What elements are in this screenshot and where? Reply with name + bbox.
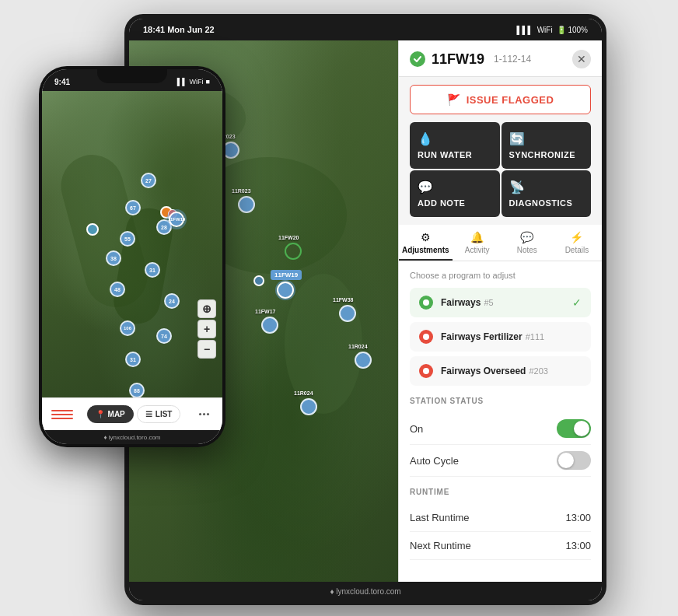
- dot-inner-2: [423, 334, 429, 340]
- menu-line-1: [51, 410, 73, 411]
- synchronize-button[interactable]: 🔄 SYNCHRONIZE: [502, 122, 592, 169]
- phone-signal-icon: ▌▌: [177, 78, 187, 86]
- run-water-button[interactable]: 💧 RUN WATER: [410, 122, 500, 169]
- more-options-button[interactable]: [194, 405, 213, 424]
- map-pin-11r024-2[interactable]: [300, 398, 317, 415]
- list-nav-icon: ☰: [145, 410, 152, 418]
- fertilizer-name: Fairways Fertilizer: [441, 331, 522, 342]
- station-status-header: STATION STATUS: [410, 397, 591, 405]
- phone-url-bar: ♦ lynxcloud.toro.com: [42, 430, 222, 444]
- phone-pin-31-1[interactable]: 31: [145, 262, 160, 278]
- wifi-icon: WiFi: [537, 26, 553, 34]
- phone-inner: 9:41 ▌▌ WiFi ■ 27 67 55: [42, 69, 222, 444]
- on-label: On: [410, 423, 423, 435]
- activity-icon: 🔔: [470, 231, 484, 243]
- phone-pin-74[interactable]: 74: [156, 328, 172, 344]
- tab-notes[interactable]: 💬 Notes: [502, 225, 552, 261]
- zoom-out-button[interactable]: −: [197, 340, 216, 359]
- hamburger-menu-button[interactable]: [51, 404, 73, 425]
- notes-label: Notes: [517, 246, 537, 254]
- program-item-fertilizer[interactable]: Fairways Fertilizer #111: [410, 322, 591, 352]
- panel-body: Choose a program to adjust Fairways #5 ✓: [399, 261, 602, 582]
- phone-pin-55[interactable]: 55: [120, 231, 135, 247]
- map-pin-11fw20[interactable]: [285, 243, 302, 260]
- pin-label-11r024-1: 11R024: [348, 344, 368, 349]
- program-status-green: [419, 296, 433, 310]
- toggle-knob-off: [558, 453, 574, 468]
- on-toggle[interactable]: [557, 419, 591, 438]
- panel-header: 11FW19 1-112-14 ✕: [399, 40, 602, 77]
- phone-map-controls: ⊕ + −: [197, 299, 216, 359]
- zoom-in-button[interactable]: +: [197, 320, 216, 338]
- notes-icon: 💬: [520, 231, 533, 243]
- map-pin-11r024-1[interactable]: [355, 352, 372, 369]
- overseed-name: Fairways Overseed: [441, 366, 526, 376]
- note-icon: 💬: [418, 180, 433, 194]
- phone-bottom-bar: 📍 MAP ☰ LIST: [42, 397, 222, 430]
- water-icon: 💧: [418, 131, 433, 146]
- dot-inner-3: [423, 368, 429, 374]
- next-runtime-row: Next Runtime 13:00: [410, 532, 591, 560]
- phone-pin-24[interactable]: 24: [164, 293, 180, 309]
- program-item-fairways[interactable]: Fairways #5 ✓: [410, 288, 591, 317]
- phone-wifi-icon: WiFi: [190, 78, 204, 86]
- phone-time: 9:41: [54, 78, 70, 86]
- dot-2: [203, 413, 205, 415]
- next-runtime-value: 13:00: [565, 540, 591, 551]
- details-icon: ⚡: [570, 231, 583, 243]
- phone-status-icons: ▌▌ WiFi ■: [177, 78, 210, 86]
- adjustments-icon: ⚙: [421, 231, 431, 243]
- map-pin-11fw19-selected[interactable]: [277, 282, 294, 299]
- program-status-red-2: [419, 364, 433, 378]
- phone-pin-selected[interactable]: 11FW19: [169, 212, 184, 227]
- selected-pin-label: 11FW19: [271, 270, 302, 280]
- tab-activity[interactable]: 🔔 Activity: [453, 225, 502, 261]
- map-pin-11fw17[interactable]: [261, 317, 278, 334]
- sync-icon: 🔄: [509, 131, 525, 146]
- phone-pin-31-2[interactable]: 31: [125, 352, 141, 367]
- auto-cycle-label: Auto Cycle: [410, 455, 459, 467]
- map-pin-11r023-2[interactable]: [238, 196, 255, 213]
- map-pin-11fw38[interactable]: [339, 305, 356, 322]
- diagnostics-label: DIAGNOSTICS: [509, 198, 573, 208]
- program-status-red-1: [419, 330, 433, 344]
- toggle-knob-on: [574, 421, 589, 436]
- tab-adjustments[interactable]: ⚙ Adjustments: [399, 225, 453, 261]
- phone-battery-icon: ■: [206, 78, 210, 86]
- phone-pin-38[interactable]: 38: [106, 250, 121, 266]
- pin-label-11r024-2: 11R024: [294, 390, 313, 396]
- activity-label: Activity: [465, 246, 490, 254]
- panel-area: 11FW19 1-112-14 ✕ 🚩 ISSUE FLAGGED 💧: [398, 40, 602, 582]
- add-note-button[interactable]: 💬 ADD NOTE: [410, 170, 500, 217]
- phone-pin-48[interactable]: 48: [110, 282, 125, 297]
- map-nav-button[interactable]: 📍 MAP: [87, 405, 134, 423]
- phone-pin-67[interactable]: 67: [125, 200, 141, 215]
- phone-pin-106[interactable]: 106: [120, 320, 135, 336]
- tab-details[interactable]: ⚡ Details: [552, 225, 602, 261]
- program-item-overseed[interactable]: Fairways Overseed #203: [410, 356, 591, 386]
- dot-1: [199, 413, 201, 415]
- fairways-num: #5: [484, 298, 493, 307]
- issue-flagged-label: ISSUE FLAGGED: [467, 94, 554, 106]
- phone-map[interactable]: 27 67 55 38 48 28 31 24 74 106 31 88: [42, 91, 222, 397]
- map-nav-icon: 📍: [96, 410, 105, 418]
- pin-label-11fw20: 11FW20: [278, 235, 299, 240]
- list-nav-button[interactable]: ☰ LIST: [137, 405, 181, 423]
- phone-pin-88[interactable]: 88: [129, 383, 145, 397]
- auto-cycle-toggle-row: Auto Cycle: [410, 445, 591, 477]
- phone-pin-27[interactable]: 27: [141, 173, 156, 188]
- dot-inner: [423, 299, 429, 306]
- diagnostics-button[interactable]: 📡 DIAGNOSTICS: [502, 170, 592, 217]
- action-grid: 💧 RUN WATER 🔄 SYNCHRONIZE 💬 ADD NOTE: [399, 122, 602, 217]
- auto-cycle-toggle[interactable]: [557, 451, 591, 470]
- run-water-label: RUN WATER: [418, 150, 472, 159]
- phone-location-dot: [86, 223, 99, 236]
- phone-url: ♦ lynxcloud.toro.com: [104, 434, 161, 441]
- panel-title-row: 11FW19 1-112-14: [410, 51, 531, 68]
- runtime-header: RUNTIME: [410, 488, 591, 496]
- compass-button[interactable]: ⊕: [197, 299, 216, 318]
- pin-label-11r023-2: 11R023: [232, 188, 251, 194]
- adjustments-label: Adjustments: [402, 246, 449, 254]
- issue-flagged-button[interactable]: 🚩 ISSUE FLAGGED: [410, 85, 591, 114]
- close-button[interactable]: ✕: [572, 50, 591, 68]
